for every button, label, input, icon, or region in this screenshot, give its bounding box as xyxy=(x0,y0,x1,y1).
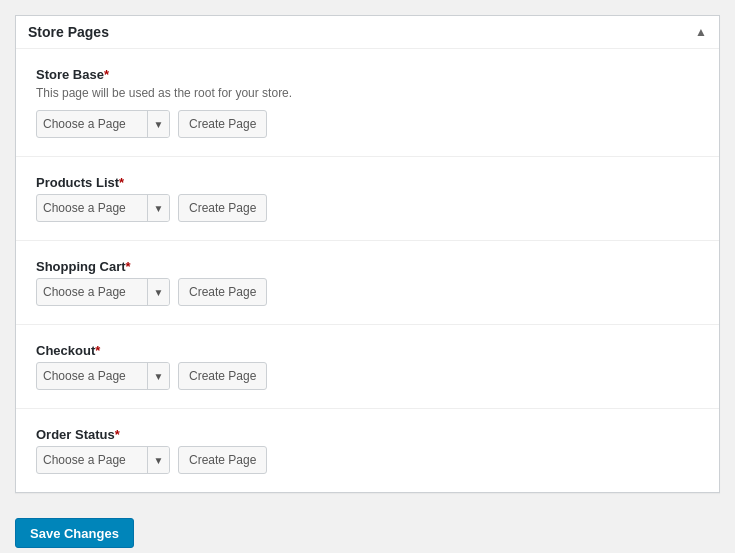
required-star: * xyxy=(95,343,100,358)
required-star: * xyxy=(126,259,131,274)
page-select-store-base[interactable]: Choose a Page xyxy=(37,111,147,137)
select-arrow-products-list[interactable]: ▼ xyxy=(147,195,169,221)
save-changes-button[interactable]: Save Changes xyxy=(15,518,134,548)
panel-header: Store Pages ▲ xyxy=(16,16,719,49)
required-star: * xyxy=(104,67,109,82)
section-label-checkout: Checkout* xyxy=(36,343,699,358)
section-label-shopping-cart: Shopping Cart* xyxy=(36,259,699,274)
select-wrapper-shopping-cart: Choose a Page▼ xyxy=(36,278,170,306)
panel-body: Store Base*This page will be used as the… xyxy=(16,49,719,492)
section-label-order-status: Order Status* xyxy=(36,427,699,442)
page-select-checkout[interactable]: Choose a Page xyxy=(37,363,147,389)
create-page-button-checkout[interactable]: Create Page xyxy=(178,362,267,390)
create-page-button-order-status[interactable]: Create Page xyxy=(178,446,267,474)
select-arrow-checkout[interactable]: ▼ xyxy=(147,363,169,389)
create-page-button-products-list[interactable]: Create Page xyxy=(178,194,267,222)
panel-title: Store Pages xyxy=(28,24,109,40)
section-label-store-base: Store Base* xyxy=(36,67,699,82)
section-controls-order-status: Choose a Page▼Create Page xyxy=(36,446,699,474)
section-products-list: Products List*Choose a Page▼Create Page xyxy=(16,157,719,241)
page-select-order-status[interactable]: Choose a Page xyxy=(37,447,147,473)
select-arrow-shopping-cart[interactable]: ▼ xyxy=(147,279,169,305)
section-controls-store-base: Choose a Page▼Create Page xyxy=(36,110,699,138)
footer-area: Save Changes xyxy=(15,513,720,553)
section-order-status: Order Status*Choose a Page▼Create Page xyxy=(16,409,719,492)
select-wrapper-order-status: Choose a Page▼ xyxy=(36,446,170,474)
section-shopping-cart: Shopping Cart*Choose a Page▼Create Page xyxy=(16,241,719,325)
section-label-products-list: Products List* xyxy=(36,175,699,190)
store-pages-panel: Store Pages ▲ Store Base*This page will … xyxy=(15,15,720,493)
required-star: * xyxy=(115,427,120,442)
collapse-arrow-icon[interactable]: ▲ xyxy=(695,25,707,39)
create-page-button-store-base[interactable]: Create Page xyxy=(178,110,267,138)
required-star: * xyxy=(119,175,124,190)
section-controls-products-list: Choose a Page▼Create Page xyxy=(36,194,699,222)
select-wrapper-products-list: Choose a Page▼ xyxy=(36,194,170,222)
section-controls-checkout: Choose a Page▼Create Page xyxy=(36,362,699,390)
select-wrapper-checkout: Choose a Page▼ xyxy=(36,362,170,390)
page-select-products-list[interactable]: Choose a Page xyxy=(37,195,147,221)
section-store-base: Store Base*This page will be used as the… xyxy=(16,49,719,157)
create-page-button-shopping-cart[interactable]: Create Page xyxy=(178,278,267,306)
section-controls-shopping-cart: Choose a Page▼Create Page xyxy=(36,278,699,306)
select-wrapper-store-base: Choose a Page▼ xyxy=(36,110,170,138)
page-select-shopping-cart[interactable]: Choose a Page xyxy=(37,279,147,305)
section-description-store-base: This page will be used as the root for y… xyxy=(36,86,699,100)
select-arrow-order-status[interactable]: ▼ xyxy=(147,447,169,473)
section-checkout: Checkout*Choose a Page▼Create Page xyxy=(16,325,719,409)
select-arrow-store-base[interactable]: ▼ xyxy=(147,111,169,137)
